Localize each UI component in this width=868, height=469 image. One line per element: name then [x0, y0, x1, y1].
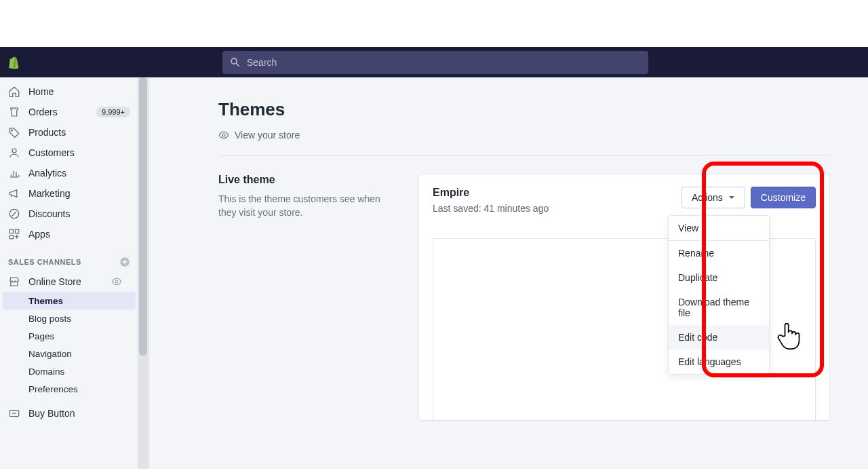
add-channel-icon[interactable] — [119, 257, 130, 267]
sidebar-sub-preferences[interactable]: Preferences — [0, 380, 138, 398]
buy-button-icon — [8, 407, 20, 419]
sidebar-item-label: Online Store — [28, 276, 111, 287]
sidebar-sub-label: Blog posts — [28, 314, 130, 324]
sidebar-item-label: Discounts — [28, 208, 130, 219]
sidebar-item-label: Home — [28, 86, 130, 97]
view-store-label: View your store — [235, 130, 300, 140]
sidebar-item-label: Products — [28, 127, 130, 138]
sidebar-item-orders[interactable]: Orders 9,999+ — [0, 102, 138, 122]
sales-channels-title: SALES CHANNELS — [0, 244, 138, 271]
sidebar-item-online-store[interactable]: Online Store — [0, 271, 138, 292]
live-theme-card: Empire Last saved: 41 minutes ago Action… — [418, 174, 830, 421]
sidebar-sub-label: Themes — [28, 296, 127, 306]
person-icon — [8, 147, 20, 159]
sidebar: Home Orders 9,999+ Products Customers An… — [0, 77, 149, 469]
topbar — [0, 47, 868, 77]
topbar-right — [743, 47, 868, 77]
dropdown-item-download[interactable]: Download theme file — [669, 290, 769, 325]
svg-point-9 — [222, 134, 225, 136]
sidebar-sub-blog-posts[interactable]: Blog posts — [0, 309, 138, 327]
dropdown-item-view[interactable]: View — [669, 216, 769, 241]
sidebar-item-analytics[interactable]: Analytics — [0, 163, 138, 183]
eye-icon — [218, 130, 229, 140]
sidebar-sub-label: Domains — [28, 367, 130, 377]
store-icon — [8, 276, 20, 288]
sidebar-item-label: Buy Button — [28, 408, 130, 419]
sidebar-item-label: Orders — [28, 107, 96, 117]
svg-rect-5 — [9, 236, 13, 239]
sidebar-sub-pages[interactable]: Pages — [0, 327, 138, 345]
scrollbar-thumb[interactable] — [139, 77, 147, 356]
view-store-link[interactable]: View your store — [218, 130, 830, 140]
sidebar-item-marketing[interactable]: Marketing — [0, 183, 138, 204]
sidebar-sub-label: Preferences — [28, 384, 130, 394]
sidebar-item-home[interactable]: Home — [0, 81, 138, 102]
customize-button[interactable]: Customize — [751, 187, 816, 208]
sidebar-scrollbar[interactable] — [138, 77, 149, 469]
sidebar-item-customers[interactable]: Customers — [0, 143, 138, 163]
svg-point-7 — [115, 280, 118, 283]
apps-icon — [8, 228, 20, 240]
svg-rect-3 — [9, 229, 13, 233]
actions-button-label: Actions — [692, 192, 723, 203]
sidebar-item-label: Analytics — [28, 168, 130, 179]
sidebar-item-buy-button[interactable]: Buy Button — [0, 403, 138, 424]
sidebar-item-products[interactable]: Products — [0, 122, 138, 143]
divider — [218, 155, 830, 156]
sidebar-item-discounts[interactable]: Discounts — [0, 204, 138, 224]
svg-point-0 — [11, 130, 12, 131]
sidebar-item-label: Customers — [28, 147, 130, 158]
bar-chart-icon — [8, 167, 20, 179]
dropdown-item-edit-code[interactable]: Edit code — [669, 325, 769, 350]
dropdown-item-edit-languages[interactable]: Edit languages — [669, 350, 769, 374]
tag-icon — [8, 126, 20, 138]
actions-dropdown: View Rename Duplicate Download theme fil… — [668, 215, 770, 375]
sidebar-sub-navigation[interactable]: Navigation — [0, 345, 138, 362]
sidebar-item-apps[interactable]: Apps — [0, 224, 138, 244]
search-icon — [229, 56, 241, 69]
discount-icon — [8, 208, 20, 220]
sidebar-sub-themes[interactable]: Themes — [3, 292, 136, 309]
dropdown-item-duplicate[interactable]: Duplicate — [669, 265, 769, 290]
sidebar-sub-domains[interactable]: Domains — [0, 362, 138, 380]
svg-point-1 — [12, 149, 16, 153]
search-box[interactable] — [222, 51, 648, 74]
sales-channels-label: SALES CHANNELS — [8, 258, 81, 266]
home-icon — [8, 86, 20, 98]
orders-icon — [8, 106, 20, 118]
main-content: Themes View your store Live theme This i… — [149, 77, 868, 469]
page-title: Themes — [218, 99, 830, 120]
app-logo[interactable] — [0, 47, 25, 77]
chevron-down-icon — [728, 194, 735, 201]
svg-rect-4 — [16, 229, 19, 233]
sidebar-item-label: Marketing — [28, 188, 130, 199]
orders-badge: 9,999+ — [96, 107, 130, 117]
search-input[interactable] — [247, 57, 642, 68]
megaphone-icon — [8, 187, 20, 200]
customize-button-label: Customize — [761, 192, 806, 203]
eye-icon[interactable] — [111, 276, 122, 287]
section-desc: This is the theme customers see when the… — [218, 193, 398, 219]
actions-button[interactable]: Actions — [682, 187, 745, 208]
sidebar-sub-label: Navigation — [28, 349, 130, 359]
dropdown-item-rename[interactable]: Rename — [669, 241, 769, 265]
sidebar-item-label: Apps — [28, 229, 130, 240]
section-title: Live theme — [218, 174, 398, 186]
sidebar-sub-label: Pages — [28, 331, 130, 341]
shopify-logo-icon — [6, 55, 20, 70]
